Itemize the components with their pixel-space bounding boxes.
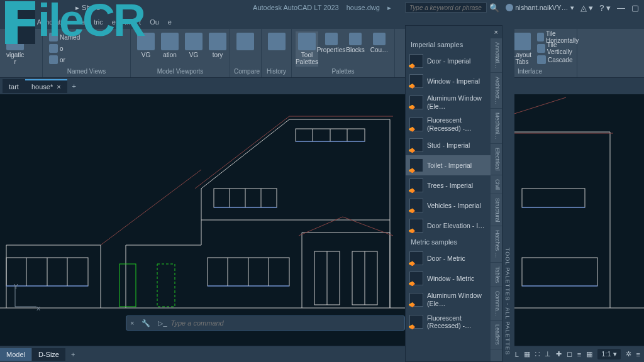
layout-tab[interactable]: D-Size (32, 348, 66, 361)
palette-tab[interactable]: Tables (491, 263, 502, 287)
palette-item[interactable]: Toilet - Imperial (406, 155, 491, 175)
ribbon-group-label: Model Viewports (135, 67, 226, 75)
palette-tab[interactable]: Electrical (491, 144, 502, 175)
ribbon-tab[interactable]: Annotat… (37, 18, 68, 26)
palette-item[interactable]: Vehicles - Imperial (406, 195, 491, 216)
workspace-icon[interactable]: ✲ (626, 350, 631, 358)
cmd-close-icon[interactable]: × (126, 319, 138, 327)
title-dropdown-icon[interactable]: ▸ (387, 4, 391, 12)
grid-icon[interactable]: ▦ (524, 350, 530, 358)
palette-item[interactable]: Fluorescent (Recessed) -… (406, 311, 491, 333)
palette-title-bar[interactable]: TOOL PALETTES - ALL PALETTES (502, 26, 514, 361)
viewport-button[interactable]: VG (135, 31, 157, 60)
autodesk-icon[interactable]: ◬ ▾ (580, 3, 594, 13)
fluorescent-icon (409, 118, 423, 131)
transparency-icon[interactable]: ▦ (586, 350, 592, 358)
viewport-button[interactable]: ation (158, 31, 181, 60)
model-tab[interactable]: Model (0, 348, 32, 361)
blocks-button[interactable]: Blocks (344, 31, 367, 55)
customize-icon[interactable]: ≡ (636, 351, 640, 358)
palette-tab[interactable]: Leaders (491, 321, 502, 349)
add-layout-button[interactable]: + (66, 348, 80, 361)
palette-item[interactable]: Window - Imperial (406, 71, 491, 91)
label: Window - Metric (427, 275, 474, 283)
count-button[interactable]: Cou… (368, 31, 391, 55)
add-tab-button[interactable]: + (67, 80, 81, 92)
ribbon-tab[interactable]: e (168, 18, 172, 26)
tool-palettes-button[interactable]: ToolPalettes (296, 31, 318, 67)
palette-tab[interactable]: Annotati… (491, 38, 502, 73)
app-name: Autodesk AutoCAD LT 2023 (253, 4, 339, 12)
osnap-icon[interactable]: ◻ (567, 350, 572, 358)
label: Door - Imperial (427, 57, 470, 65)
compare-button[interactable] (234, 31, 257, 53)
ribbon-tab[interactable]: Pa (77, 18, 85, 26)
palette-tab[interactable]: Structural (491, 194, 502, 227)
command-line[interactable]: × 🔧 ▷_ (126, 315, 405, 331)
ribbon-tab[interactable]: In (125, 18, 130, 26)
cascade-button[interactable]: Cascade (535, 54, 583, 65)
properties-button[interactable]: Properties (319, 31, 343, 55)
ribbon-tab[interactable]: tric (94, 18, 103, 26)
minimize-icon[interactable]: — (617, 3, 625, 13)
help-icon[interactable]: ? ▾ (599, 3, 611, 13)
label: o (60, 45, 64, 52)
palette-category-tabs: Annotati… Architect… Mechani… Electrical… (491, 38, 502, 361)
ribbon-tab[interactable]: e (112, 18, 116, 26)
palette-tab[interactable]: Mechani… (491, 109, 502, 144)
toilet-icon (409, 158, 423, 172)
search-icon[interactable]: 🔍 (489, 3, 499, 13)
palette-item[interactable]: Door - Metric (406, 248, 491, 268)
ribbon: vigaticr Named o or Named Views VG ation… (0, 29, 644, 78)
cmd-config-icon[interactable]: 🔧 (138, 319, 154, 327)
snap-icon[interactable]: ⸬ (535, 350, 540, 358)
user-account[interactable]: nishant.naikVY… ▾ (506, 4, 574, 12)
label: Fluorescent (Recessed) -… (427, 116, 487, 132)
palette-item[interactable]: Fluorescent (Recessed) -… (406, 113, 491, 135)
tile-vertically-button[interactable]: Tile Vertically (535, 43, 583, 54)
label: Toilet - Imperial (427, 162, 472, 170)
polar-icon[interactable]: ✚ (556, 350, 562, 358)
ribbon-tab[interactable]: Ou (150, 18, 159, 26)
palette-tab[interactable]: Civil (491, 175, 502, 194)
palette-tab[interactable]: Architect… (491, 73, 502, 109)
view-button[interactable]: or (47, 54, 68, 65)
history-button[interactable] (265, 31, 288, 53)
tool-palette[interactable]: × Imperial samples Door - Imperial Windo… (405, 25, 502, 362)
palette-close-icon[interactable]: × (494, 28, 498, 36)
named-button[interactable]: Named (47, 31, 82, 43)
label: Vehicles - Imperial (427, 202, 481, 210)
ribbon-tab[interactable]: rt (24, 18, 28, 26)
label: or (60, 57, 65, 63)
door-icon (409, 251, 423, 265)
palette-tab[interactable]: Hatches … (491, 226, 502, 263)
ortho-icon[interactable]: ⊥ (545, 350, 551, 358)
lineweight-icon[interactable]: ≡ (577, 351, 581, 358)
palette-item[interactable]: Window - Metric (406, 268, 491, 288)
doc-tab-start[interactable]: tart (3, 79, 25, 93)
annotation-scale[interactable]: 1:1 ▾ (597, 349, 620, 359)
command-input[interactable] (171, 319, 404, 327)
palette-item[interactable]: Trees - Imperial (406, 175, 491, 195)
share-button[interactable]: ▸ Share (75, 4, 100, 12)
keyword-search-input[interactable] (405, 3, 487, 13)
navigation-button[interactable]: vigaticr (4, 31, 26, 67)
ribbon-tab[interactable]: t (139, 18, 141, 26)
drawing-canvas[interactable]: Y X × 🔧 ▷_ (0, 94, 644, 346)
doc-tab-house[interactable]: house*× (25, 79, 67, 93)
viewport-button[interactable]: VG (182, 31, 205, 60)
viewport-button[interactable]: tory (206, 31, 229, 60)
palette-item[interactable]: Door Elevation - I… (406, 216, 491, 236)
palette-section-imperial: Imperial samples (406, 38, 491, 51)
palette-item[interactable]: Stud - Imperial (406, 135, 491, 155)
view-button[interactable]: o (47, 43, 66, 54)
palette-tab[interactable]: Comma… (491, 287, 502, 321)
close-icon[interactable]: × (57, 83, 60, 90)
palette-item[interactable]: Aluminum Window (Ele… (406, 288, 491, 310)
label: house* (31, 83, 53, 90)
palette-item[interactable]: Door - Imperial (406, 51, 491, 71)
label: Named (60, 34, 80, 41)
restore-icon[interactable]: ▢ (631, 3, 639, 13)
palette-item[interactable]: Aluminum Window (Ele… (406, 91, 491, 113)
aluminum-window-icon (409, 293, 423, 307)
